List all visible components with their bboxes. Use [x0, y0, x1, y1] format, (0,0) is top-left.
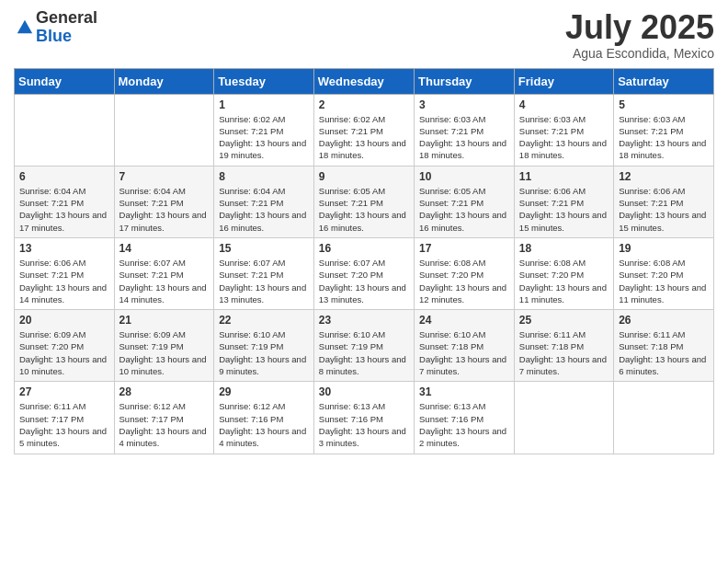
day-number: 12: [619, 170, 709, 183]
day-info: Sunrise: 6:07 AMSunset: 7:20 PMDaylight:…: [319, 257, 409, 305]
day-number: 30: [319, 385, 409, 398]
logo-general-text: General: [36, 8, 97, 27]
day-number: 28: [119, 385, 210, 398]
calendar-cell: [15, 94, 115, 166]
day-info: Sunrise: 6:04 AMSunset: 7:21 PMDaylight:…: [119, 185, 210, 234]
calendar-cell: 21Sunrise: 6:09 AMSunset: 7:19 PMDayligh…: [114, 310, 214, 382]
weekday-header: Thursday: [415, 68, 515, 94]
weekday-header: Saturday: [614, 68, 714, 94]
day-info: Sunrise: 6:07 AMSunset: 7:21 PMDaylight:…: [119, 257, 210, 305]
day-number: 1: [219, 98, 309, 111]
day-number: 2: [319, 98, 409, 111]
day-info: Sunrise: 6:06 AMSunset: 7:21 PMDaylight:…: [19, 257, 109, 305]
day-info: Sunrise: 6:06 AMSunset: 7:21 PMDaylight:…: [619, 185, 709, 234]
day-info: Sunrise: 6:10 AMSunset: 7:19 PMDaylight:…: [219, 328, 309, 377]
calendar-cell: [514, 382, 613, 454]
calendar-cell: 5Sunrise: 6:03 AMSunset: 7:21 PMDaylight…: [614, 94, 714, 166]
calendar-cell: 8Sunrise: 6:04 AMSunset: 7:21 PMDaylight…: [214, 166, 314, 237]
day-info: Sunrise: 6:12 AMSunset: 7:16 PMDaylight:…: [219, 400, 309, 449]
day-number: 24: [419, 314, 509, 327]
day-info: Sunrise: 6:04 AMSunset: 7:21 PMDaylight:…: [19, 185, 109, 234]
calendar-cell: 15Sunrise: 6:07 AMSunset: 7:21 PMDayligh…: [214, 237, 314, 309]
day-number: 21: [119, 314, 210, 327]
weekday-header: Sunday: [15, 68, 115, 94]
calendar-cell: 11Sunrise: 6:06 AMSunset: 7:21 PMDayligh…: [514, 166, 613, 237]
day-info: Sunrise: 6:03 AMSunset: 7:21 PMDaylight:…: [419, 113, 509, 162]
day-number: 19: [619, 242, 709, 255]
day-info: Sunrise: 6:10 AMSunset: 7:19 PMDaylight:…: [319, 328, 409, 377]
calendar-cell: 13Sunrise: 6:06 AMSunset: 7:21 PMDayligh…: [15, 237, 115, 309]
calendar-cell: 18Sunrise: 6:08 AMSunset: 7:20 PMDayligh…: [514, 237, 613, 309]
day-info: Sunrise: 6:06 AMSunset: 7:21 PMDaylight:…: [519, 185, 609, 234]
day-info: Sunrise: 6:05 AMSunset: 7:21 PMDaylight:…: [319, 185, 409, 234]
calendar-cell: 10Sunrise: 6:05 AMSunset: 7:21 PMDayligh…: [415, 166, 515, 237]
calendar-cell: 26Sunrise: 6:11 AMSunset: 7:18 PMDayligh…: [614, 310, 714, 382]
calendar-cell: 23Sunrise: 6:10 AMSunset: 7:19 PMDayligh…: [313, 310, 414, 382]
day-info: Sunrise: 6:10 AMSunset: 7:18 PMDaylight:…: [419, 328, 509, 377]
day-info: Sunrise: 6:11 AMSunset: 7:18 PMDaylight:…: [519, 328, 609, 377]
day-number: 31: [419, 385, 509, 398]
day-number: 3: [419, 98, 509, 111]
day-info: Sunrise: 6:03 AMSunset: 7:21 PMDaylight:…: [619, 113, 709, 162]
calendar-cell: 6Sunrise: 6:04 AMSunset: 7:21 PMDaylight…: [15, 166, 115, 237]
day-info: Sunrise: 6:11 AMSunset: 7:18 PMDaylight:…: [619, 328, 709, 377]
day-info: Sunrise: 6:07 AMSunset: 7:21 PMDaylight:…: [219, 257, 309, 305]
calendar-cell: 22Sunrise: 6:10 AMSunset: 7:19 PMDayligh…: [214, 310, 314, 382]
calendar-cell: 30Sunrise: 6:13 AMSunset: 7:16 PMDayligh…: [313, 382, 414, 454]
day-info: Sunrise: 6:12 AMSunset: 7:17 PMDaylight:…: [119, 400, 210, 449]
month-title: July 2025: [565, 9, 714, 46]
calendar-cell: 9Sunrise: 6:05 AMSunset: 7:21 PMDaylight…: [313, 166, 414, 237]
calendar-cell: 1Sunrise: 6:02 AMSunset: 7:21 PMDaylight…: [214, 94, 314, 166]
logo: General Blue: [14, 9, 97, 46]
day-info: Sunrise: 6:11 AMSunset: 7:17 PMDaylight:…: [19, 400, 109, 449]
day-info: Sunrise: 6:05 AMSunset: 7:21 PMDaylight:…: [419, 185, 509, 234]
day-info: Sunrise: 6:09 AMSunset: 7:19 PMDaylight:…: [119, 328, 210, 377]
calendar-cell: 4Sunrise: 6:03 AMSunset: 7:21 PMDaylight…: [514, 94, 613, 166]
day-number: 5: [619, 98, 709, 111]
calendar-cell: 14Sunrise: 6:07 AMSunset: 7:21 PMDayligh…: [114, 237, 214, 309]
day-number: 18: [519, 242, 609, 255]
day-info: Sunrise: 6:03 AMSunset: 7:21 PMDaylight:…: [519, 113, 609, 162]
calendar-week-row: 6Sunrise: 6:04 AMSunset: 7:21 PMDaylight…: [15, 166, 714, 237]
calendar-cell: 24Sunrise: 6:10 AMSunset: 7:18 PMDayligh…: [415, 310, 515, 382]
day-number: 10: [419, 170, 509, 183]
day-info: Sunrise: 6:08 AMSunset: 7:20 PMDaylight:…: [419, 257, 509, 305]
day-number: 27: [19, 385, 109, 398]
day-info: Sunrise: 6:09 AMSunset: 7:20 PMDaylight:…: [19, 328, 109, 377]
calendar-cell: 7Sunrise: 6:04 AMSunset: 7:21 PMDaylight…: [114, 166, 214, 237]
day-number: 23: [319, 314, 409, 327]
calendar-cell: 3Sunrise: 6:03 AMSunset: 7:21 PMDaylight…: [415, 94, 515, 166]
location: Agua Escondida, Mexico: [565, 46, 714, 61]
calendar-cell: 27Sunrise: 6:11 AMSunset: 7:17 PMDayligh…: [15, 382, 115, 454]
day-number: 9: [319, 170, 409, 183]
day-number: 25: [519, 314, 609, 327]
day-number: 29: [219, 385, 309, 398]
day-info: Sunrise: 6:02 AMSunset: 7:21 PMDaylight:…: [319, 113, 409, 162]
calendar-table: SundayMondayTuesdayWednesdayThursdayFrid…: [14, 68, 714, 454]
calendar-cell: 25Sunrise: 6:11 AMSunset: 7:18 PMDayligh…: [514, 310, 613, 382]
calendar-cell: 28Sunrise: 6:12 AMSunset: 7:17 PMDayligh…: [114, 382, 214, 454]
day-number: 22: [219, 314, 309, 327]
calendar-cell: 29Sunrise: 6:12 AMSunset: 7:16 PMDayligh…: [214, 382, 314, 454]
day-info: Sunrise: 6:08 AMSunset: 7:20 PMDaylight:…: [519, 257, 609, 305]
day-number: 14: [119, 242, 210, 255]
calendar-cell: 2Sunrise: 6:02 AMSunset: 7:21 PMDaylight…: [313, 94, 414, 166]
calendar-cell: 20Sunrise: 6:09 AMSunset: 7:20 PMDayligh…: [15, 310, 115, 382]
day-number: 26: [619, 314, 709, 327]
weekday-header-row: SundayMondayTuesdayWednesdayThursdayFrid…: [15, 68, 714, 94]
calendar-cell: 16Sunrise: 6:07 AMSunset: 7:20 PMDayligh…: [313, 237, 414, 309]
svg-marker-0: [17, 20, 32, 34]
weekday-header: Tuesday: [214, 68, 314, 94]
day-number: 11: [519, 170, 609, 183]
calendar-cell: [614, 382, 714, 454]
day-number: 4: [519, 98, 609, 111]
day-number: 15: [219, 242, 309, 255]
day-number: 7: [119, 170, 210, 183]
day-number: 17: [419, 242, 509, 255]
weekday-header: Monday: [114, 68, 214, 94]
weekday-header: Wednesday: [313, 68, 414, 94]
day-info: Sunrise: 6:02 AMSunset: 7:21 PMDaylight:…: [219, 113, 309, 162]
calendar-week-row: 27Sunrise: 6:11 AMSunset: 7:17 PMDayligh…: [15, 382, 714, 454]
page-header: General Blue July 2025 Agua Escondida, M…: [14, 9, 714, 61]
day-info: Sunrise: 6:13 AMSunset: 7:16 PMDaylight:…: [319, 400, 409, 449]
